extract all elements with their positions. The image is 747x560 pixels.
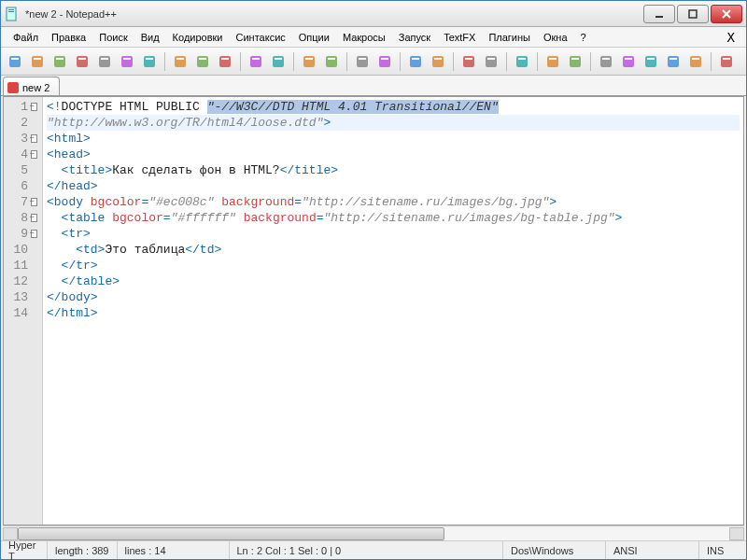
svg-rect-43	[463, 56, 474, 67]
menu-view[interactable]: Вид	[134, 29, 166, 46]
sync-v-icon[interactable]	[405, 51, 426, 72]
menu-options[interactable]: Опции	[292, 29, 336, 46]
word-wrap-icon[interactable]	[458, 51, 479, 72]
window-controls	[641, 5, 742, 23]
line-number: 13	[4, 289, 31, 305]
replace-icon[interactable]	[321, 51, 342, 72]
menu-textfx[interactable]: TextFX	[437, 29, 482, 46]
menu-syntax[interactable]: Синтаксис	[230, 29, 292, 46]
fold-marker-icon[interactable]	[31, 147, 42, 162]
document-close-x[interactable]: X	[722, 30, 740, 45]
status-edit-mode: INS	[699, 541, 746, 559]
code-line[interactable]: "http://www.w3.org/TR/html4/loose.dtd">	[47, 115, 740, 131]
menu-windows[interactable]: Окна	[537, 29, 574, 46]
menu-search[interactable]: Поиск	[92, 29, 134, 46]
code-line[interactable]: </tr>	[47, 258, 740, 273]
save-all-icon[interactable]	[72, 51, 92, 72]
menu-encoding[interactable]: Кодировки	[166, 29, 230, 46]
tab-new-2[interactable]: new 2	[3, 77, 60, 95]
code-line[interactable]: <html>	[47, 131, 740, 147]
line-number: 7	[4, 194, 31, 210]
folder-icon[interactable]	[565, 51, 585, 72]
fold-marker-icon[interactable]	[31, 226, 42, 242]
scroll-thumb[interactable]	[18, 527, 444, 540]
print-icon[interactable]	[139, 51, 160, 72]
record-icon[interactable]	[596, 51, 616, 72]
code-line[interactable]: </html>	[47, 305, 740, 321]
fold-marker-icon[interactable]	[31, 99, 42, 115]
copy-icon[interactable]	[192, 51, 213, 72]
play-icon[interactable]	[641, 51, 661, 72]
redo-icon[interactable]	[268, 51, 289, 72]
line-number: 12	[4, 273, 31, 289]
stop-icon[interactable]	[618, 51, 639, 72]
svg-rect-27	[250, 56, 261, 67]
user-lang-icon[interactable]	[543, 51, 563, 72]
svg-rect-19	[144, 56, 155, 67]
scroll-track[interactable]	[18, 527, 729, 540]
show-all-icon[interactable]	[481, 51, 501, 72]
svg-rect-35	[357, 56, 368, 67]
menu-run[interactable]: Запуск	[392, 29, 437, 46]
scroll-left-arrow[interactable]	[3, 527, 18, 540]
code-line[interactable]: <!DOCTYPE HTML PUBLIC "-//W3C//DTD HTML …	[47, 99, 740, 115]
close-all-icon[interactable]	[117, 51, 137, 72]
svg-rect-52	[571, 58, 579, 60]
spellcheck-icon[interactable]	[716, 51, 737, 72]
menu-help[interactable]: ?	[574, 29, 593, 46]
svg-rect-44	[465, 58, 472, 60]
undo-icon[interactable]	[246, 51, 266, 72]
svg-rect-49	[547, 56, 558, 67]
code-line[interactable]: <tr>	[47, 226, 740, 242]
code-line[interactable]: </table>	[47, 273, 740, 289]
open-file-icon[interactable]	[27, 51, 48, 72]
close-icon[interactable]	[94, 51, 115, 72]
menu-file[interactable]: Файл	[7, 29, 45, 46]
minimize-button[interactable]	[643, 5, 675, 23]
code-line[interactable]: <head>	[47, 147, 740, 162]
svg-rect-15	[99, 56, 110, 67]
find-icon[interactable]	[299, 51, 319, 72]
window-title: *new 2 - Notepad++	[25, 8, 641, 20]
indent-guide-icon[interactable]	[512, 51, 532, 72]
scroll-right-arrow[interactable]	[729, 527, 744, 540]
fold-gutter	[31, 178, 42, 194]
code-line[interactable]: <table bgcolor="#ffffff" background="htt…	[47, 210, 740, 226]
code-line[interactable]: </body>	[47, 289, 740, 305]
svg-rect-51	[570, 56, 581, 67]
svg-rect-63	[721, 56, 732, 67]
fold-marker-icon[interactable]	[31, 194, 42, 210]
zoom-in-icon[interactable]	[352, 51, 373, 72]
new-file-icon[interactable]	[5, 51, 25, 72]
line-number: 5	[4, 162, 31, 178]
paste-icon[interactable]	[215, 51, 235, 72]
svg-rect-55	[623, 56, 634, 67]
svg-rect-33	[326, 56, 337, 67]
fold-marker-icon[interactable]	[31, 210, 42, 226]
svg-rect-38	[381, 58, 388, 60]
menu-plugins[interactable]: Плагины	[482, 29, 537, 46]
close-button[interactable]	[711, 5, 742, 23]
horizontal-scrollbar[interactable]	[3, 525, 744, 540]
sync-h-icon[interactable]	[428, 51, 448, 72]
cut-icon[interactable]	[170, 51, 190, 72]
zoom-out-icon[interactable]	[374, 51, 395, 72]
code-editor[interactable]: <!DOCTYPE HTML PUBLIC "-//W3C//DTD HTML …	[43, 97, 743, 525]
code-line[interactable]: </head>	[47, 178, 740, 194]
svg-rect-48	[518, 58, 526, 60]
fold-marker-icon[interactable]	[31, 131, 42, 147]
code-line[interactable]: <td>Это таблица</td>	[47, 242, 740, 258]
line-number: 11	[4, 258, 31, 273]
svg-rect-59	[668, 56, 679, 67]
save-icon[interactable]	[49, 51, 70, 72]
code-line[interactable]: <title>Как сделать фон в HTML?</title>	[47, 162, 740, 178]
maximize-button[interactable]	[677, 5, 709, 23]
save-macro-icon[interactable]	[685, 51, 706, 72]
menu-macros[interactable]: Макросы	[336, 29, 392, 46]
svg-rect-14	[78, 58, 86, 60]
svg-rect-57	[645, 56, 656, 67]
code-line[interactable]: <body bgcolor="#ec008c" background="http…	[47, 194, 740, 210]
menu-edit[interactable]: Правка	[45, 29, 92, 46]
play-mult-icon[interactable]	[663, 51, 684, 72]
svg-rect-62	[692, 58, 699, 60]
